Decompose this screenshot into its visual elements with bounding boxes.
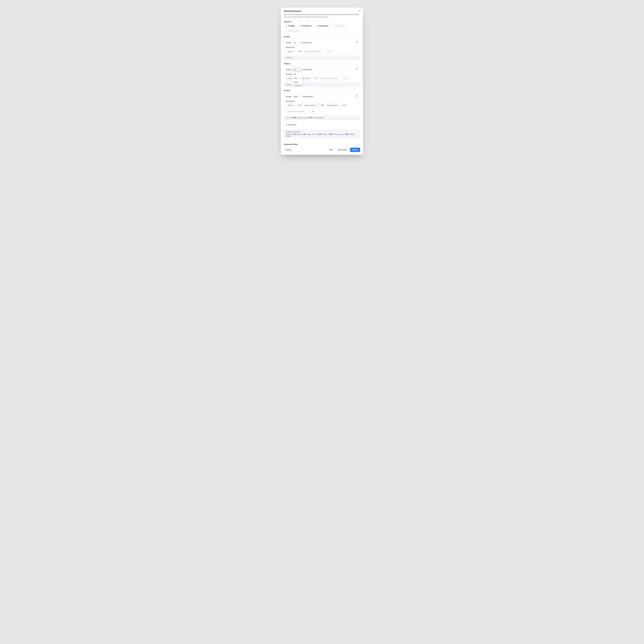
trash-icon	[356, 68, 358, 70]
remove-chip-icon[interactable]: ✕	[311, 78, 312, 79]
term-chip[interactable]: word_1✕	[286, 49, 297, 54]
modal-subtitle: Type words and phrases in fields below, …	[284, 13, 360, 18]
include-select[interactable]: None	[292, 95, 302, 99]
operator-label: NOT	[298, 104, 301, 106]
trash-icon	[356, 95, 358, 97]
plus-icon	[329, 51, 330, 52]
pill-label: Tradeshows	[302, 25, 311, 27]
delete-group-button[interactable]	[355, 94, 359, 98]
pill-label: Funding	[288, 25, 295, 27]
of-items-label: of these items	[302, 42, 312, 44]
include-select[interactable]: All	[292, 41, 300, 45]
clear-button[interactable]: Clear	[327, 148, 335, 152]
add-group-label: Add group	[288, 124, 296, 126]
result-label: resulting search term:	[286, 131, 358, 133]
of-items-label: of these items	[302, 69, 312, 71]
search-in-options: FundingTradeshowsPublicationsClinical tr…	[284, 24, 360, 33]
chevron-down-icon	[358, 143, 360, 145]
term-chip[interactable]: Longer_word_6✕	[303, 103, 319, 108]
cancel-button[interactable]: Cancel	[284, 148, 293, 152]
plus-icon	[345, 78, 347, 79]
delete-group-button[interactable]	[355, 40, 359, 44]
remove-chip-icon[interactable]: ✕	[316, 104, 318, 106]
dropdown-option[interactable]: Any	[292, 76, 302, 80]
chevron-down-icon	[298, 69, 299, 70]
operator-label: AND	[298, 51, 301, 52]
chevron-down-icon	[298, 42, 299, 43]
of-items-label: of these items	[303, 96, 313, 98]
chip-text: word_5	[287, 104, 293, 106]
operator-label: NOT	[321, 104, 324, 106]
x-icon	[333, 25, 335, 27]
check-icon	[316, 25, 318, 27]
modal-title: Advanced Search	[284, 10, 360, 12]
scrollbar[interactable]	[362, 18, 363, 85]
add-term-button[interactable]	[327, 49, 332, 54]
group-card: IncludeAnyAllAnyNoneof these itemsSearch…	[284, 66, 360, 87]
operator-label: OR	[315, 78, 318, 79]
dropdown-option[interactable]: All	[292, 73, 302, 76]
select-value: None	[294, 96, 298, 98]
advanced-search-modal: ✕ Advanced Search Type words and phrases…	[281, 7, 363, 155]
term-input[interactable]: Type word or a phrase	[286, 109, 309, 114]
pill-label: Publications	[319, 25, 328, 27]
group-summary: ("word_1")	[284, 56, 360, 60]
advanced-fields-toggle[interactable]: Advanced Fields	[284, 143, 360, 145]
search-in-pill[interactable]: Publications	[315, 24, 330, 28]
chip-text: Longer_word_6	[304, 104, 315, 106]
search-in-label: Search in	[284, 21, 360, 23]
chip-text: word_1	[287, 51, 293, 52]
pill-label: Clinical trials	[336, 25, 345, 27]
check-icon	[300, 25, 301, 27]
group-title: Group 2	[284, 63, 360, 65]
include-label: Include	[286, 96, 291, 98]
remove-chip-icon[interactable]: ✕	[294, 51, 295, 52]
add-group-button[interactable]: Add group	[284, 123, 298, 127]
x-icon	[286, 30, 287, 32]
close-icon: ✕	[359, 10, 361, 12]
save-search-button[interactable]: Save search	[336, 148, 349, 152]
group-title: Group 1	[284, 36, 360, 38]
group-title: Group 3	[284, 90, 360, 91]
group-summary: ("word_4" NOT "Longer_word_5" NOT "Searc…	[284, 116, 360, 120]
include-label: Include	[286, 69, 291, 71]
plus-icon	[312, 111, 313, 112]
search-button[interactable]: Search	[350, 148, 360, 152]
include-dropdown: AllAnyNone	[292, 72, 303, 85]
close-button[interactable]: ✕	[358, 9, 361, 12]
search-term-label: Search term	[284, 46, 360, 49]
remove-chip-icon[interactable]: ✕	[294, 104, 295, 106]
group-card: IncludeNoneof these itemsSearch termword…	[284, 93, 360, 120]
result-summary: resulting search term: ("word_1") OR ("w…	[284, 129, 360, 139]
search-term-label: Search term	[284, 100, 360, 103]
operator-label: NOT	[343, 104, 346, 106]
dropdown-option[interactable]: None	[292, 80, 302, 84]
select-value: All	[294, 42, 295, 44]
search-in-pill[interactable]: Clinical trials	[332, 24, 347, 28]
group-card: IncludeAllof these itemsSearch termword_…	[284, 39, 360, 60]
term-input[interactable]: Type word or a phrase	[303, 49, 326, 54]
chip-text: Search phrase	[327, 104, 337, 106]
plus-icon	[286, 124, 287, 126]
select-value: Any	[294, 69, 296, 71]
search-in-pill[interactable]: 3rd Party Data	[284, 29, 300, 33]
advanced-fields-label: Advanced Fields	[284, 143, 298, 145]
divider	[281, 141, 363, 141]
include-label: Include	[286, 42, 291, 44]
check-icon	[299, 78, 301, 79]
chip-text: word_	[287, 78, 292, 79]
term-chip[interactable]: Search phrase✕	[325, 103, 341, 108]
chevron-down-icon	[299, 96, 300, 97]
include-select[interactable]: Any	[292, 68, 300, 72]
search-in-pill[interactable]: Tradeshows	[298, 24, 313, 28]
remove-chip-icon[interactable]: ✕	[338, 104, 340, 106]
search-in-pill[interactable]: Funding	[284, 24, 296, 28]
modal-footer: Cancel Clear Save search Search	[284, 148, 360, 152]
trash-icon	[356, 41, 358, 43]
term-input[interactable]: Type word or a phrase	[319, 76, 342, 81]
delete-group-button[interactable]	[355, 67, 359, 71]
add-term-button[interactable]	[344, 76, 348, 81]
check-icon	[286, 25, 287, 27]
term-chip[interactable]: word_5✕	[286, 103, 297, 108]
add-term-button[interactable]	[311, 109, 315, 114]
